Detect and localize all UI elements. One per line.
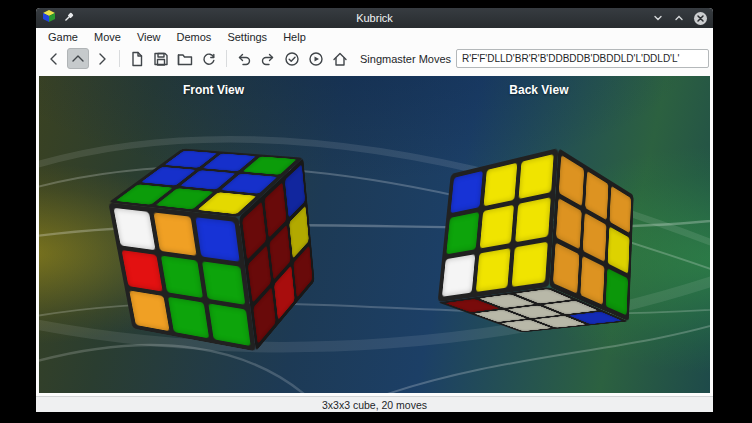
sticker-orange[interactable]: [585, 171, 608, 220]
sticker-orange[interactable]: [154, 212, 197, 255]
sticker-orange[interactable]: [556, 198, 582, 249]
sticker-green[interactable]: [446, 212, 479, 254]
sticker-white[interactable]: [442, 254, 475, 297]
kubrick-window: Kubrick Game Move View Demos Settings He…: [36, 8, 713, 412]
sticker-yellow[interactable]: [607, 227, 629, 274]
go-next-icon[interactable]: [91, 48, 113, 69]
sticker-yellow[interactable]: [476, 248, 511, 292]
restart-icon[interactable]: [198, 48, 220, 69]
sticker-orange[interactable]: [583, 213, 607, 262]
menu-demos[interactable]: Demos: [169, 31, 220, 43]
singmaster-moves-label: Singmaster Moves: [360, 53, 451, 65]
menu-help[interactable]: Help: [275, 31, 314, 43]
sticker-green[interactable]: [161, 256, 203, 299]
sticker-green[interactable]: [209, 303, 251, 346]
sticker-orange[interactable]: [580, 256, 604, 305]
menu-game[interactable]: Game: [40, 31, 86, 43]
back-view-label: Back View: [509, 83, 568, 97]
sticker-orange[interactable]: [609, 186, 631, 233]
maximize-icon[interactable]: [673, 12, 685, 24]
sticker-orange[interactable]: [130, 290, 170, 331]
sticker-white[interactable]: [114, 208, 156, 250]
statusbar: 3x3x3 cube, 20 moves: [36, 396, 713, 412]
sticker-yellow[interactable]: [515, 197, 551, 242]
menubar: Game Move View Demos Settings Help: [36, 28, 713, 45]
sticker-yellow[interactable]: [512, 242, 548, 287]
sticker-orange[interactable]: [559, 155, 584, 206]
toolbar: Singmaster Moves: [36, 45, 713, 74]
save-icon[interactable]: [150, 48, 172, 69]
titlebar[interactable]: Kubrick: [36, 8, 713, 28]
sticker-orange[interactable]: [553, 243, 579, 294]
sticker-blue[interactable]: [450, 171, 482, 213]
menu-move[interactable]: Move: [86, 31, 129, 43]
sticker-green[interactable]: [168, 297, 209, 339]
sticker-green[interactable]: [203, 261, 246, 305]
home-icon[interactable]: [329, 48, 351, 69]
cube-scene[interactable]: Front View Back View: [39, 76, 710, 393]
redo-icon[interactable]: [257, 48, 279, 69]
kubrick-app-icon: [42, 9, 56, 27]
undo-icon[interactable]: [233, 48, 255, 69]
minimize-icon[interactable]: [652, 12, 664, 24]
solve-check-icon[interactable]: [281, 48, 303, 69]
window-title: Kubrick: [202, 12, 547, 24]
sticker-yellow[interactable]: [483, 163, 517, 207]
scene-frame: Front View Back View: [36, 74, 713, 396]
go-up-icon[interactable]: [67, 48, 89, 69]
sticker-green[interactable]: [605, 268, 627, 315]
sticker-red[interactable]: [122, 250, 163, 292]
front-cube[interactable]: [148, 174, 288, 314]
sticker-blue[interactable]: [196, 217, 240, 262]
singmaster-moves-input[interactable]: [456, 49, 709, 68]
menu-settings[interactable]: Settings: [219, 31, 275, 43]
open-folder-icon[interactable]: [174, 48, 196, 69]
front-view-label: Front View: [183, 83, 244, 97]
sticker-yellow[interactable]: [518, 154, 553, 199]
menu-view[interactable]: View: [129, 31, 169, 43]
pin-icon[interactable]: [63, 9, 75, 27]
sticker-yellow[interactable]: [480, 205, 514, 249]
status-text: 3x3x3 cube, 20 moves: [322, 399, 427, 411]
back-cube[interactable]: [482, 173, 598, 318]
toolbar-separator: [119, 50, 120, 67]
close-icon[interactable]: [694, 12, 707, 25]
go-previous-icon[interactable]: [43, 48, 65, 69]
toolbar-separator: [226, 50, 227, 67]
new-document-icon[interactable]: [126, 48, 148, 69]
play-demo-icon[interactable]: [305, 48, 327, 69]
